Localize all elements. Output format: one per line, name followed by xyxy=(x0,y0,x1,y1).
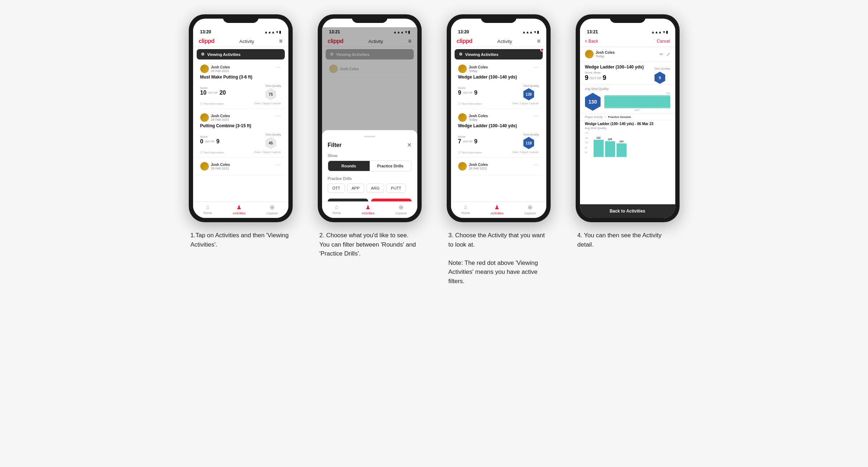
avg-quality-section-4: Avg Shot Quality 130 130 xyxy=(580,85,675,114)
chart-label-4: APP xyxy=(634,109,639,111)
phone-screen-3: 13:20 ▲▲▲ ▾ ▮ clippd Activity ≡ xyxy=(451,19,546,218)
bar-rect-2-4 xyxy=(605,141,615,157)
menu-icon-1[interactable]: ≡ xyxy=(279,38,282,44)
bar-1-4: 132 xyxy=(594,137,604,157)
status-time-4: 13:21 xyxy=(587,29,598,34)
session-detail-4: Wedge Ladder (100–140 yds) - 06 Mar 23 A… xyxy=(580,120,675,158)
wifi-icon: ▾ xyxy=(276,30,278,34)
activity-title-4: Wedge Ladder (100–140 yds) xyxy=(585,65,644,70)
home-icon-3: ⌂ xyxy=(464,204,467,210)
nav-title-3: Activity xyxy=(497,39,512,44)
cancel-button-4[interactable]: Cancel xyxy=(657,39,670,44)
signal-icon: ▲▲▲ xyxy=(264,30,275,34)
quality-badge-3-1: 130 xyxy=(523,88,534,100)
menu-icon-3[interactable]: ≡ xyxy=(537,38,540,44)
practice-drills-toggle[interactable]: Practice Drills xyxy=(370,161,411,171)
battery-icon: ▮ xyxy=(279,30,281,34)
card-menu-1-1[interactable]: ··· xyxy=(275,65,281,70)
back-to-activities-4[interactable]: Back to Activities xyxy=(580,204,675,218)
quality-badge-3-2: 118 xyxy=(523,137,534,149)
modal-overlay-2: Filter ✕ Show Rounds Practice Drills Pra… xyxy=(322,27,417,218)
nav-capture-2[interactable]: ⊕ Capture xyxy=(395,204,407,215)
bar-chart-4: 140 120 100 80 60 132 xyxy=(585,132,670,157)
score-val-3-2: 7 xyxy=(458,138,461,145)
phone-notch-3 xyxy=(481,14,517,23)
filter-title-2: Filter xyxy=(328,142,342,148)
viewing-activities-bar-3[interactable]: ⚙ Viewing Activities xyxy=(455,49,543,59)
drill-arg[interactable]: ARG xyxy=(366,184,384,193)
user-date-3-3: 28 Feb 2023 xyxy=(469,167,488,170)
phone-column-4: 13:21 ▲▲▲ ▾ ▮ < Back Cancel xyxy=(570,14,685,249)
viewing-activities-bar-1[interactable]: ⚙ Viewing Activities xyxy=(197,49,285,59)
nav-activities-1[interactable]: ♟ Activities xyxy=(233,204,246,215)
bar-rect-1-4 xyxy=(594,140,604,157)
drill-app[interactable]: APP xyxy=(347,184,364,193)
phone-notch-1 xyxy=(223,14,259,23)
nav-activities-2[interactable]: ♟ Activities xyxy=(362,204,375,215)
viewing-activities-label-1: Viewing Activities xyxy=(207,52,241,57)
activity-card-3-1[interactable]: Josh Coles Today ··· Wedge Ladder (100–1… xyxy=(455,62,543,109)
quality-header-4: Shot Quality xyxy=(654,67,670,70)
capture-icon-3: ⊕ xyxy=(528,204,532,211)
edit-icon-4[interactable]: ✏ xyxy=(660,52,663,57)
activity-card-3-2[interactable]: Josh Coles Today ··· Wedge Ladder (100–1… xyxy=(455,110,543,158)
activity-card-3-3: Josh Coles 28 Feb 2023 ··· xyxy=(455,159,543,175)
close-filter-btn[interactable]: ✕ xyxy=(407,142,412,148)
score-val-4: 9 xyxy=(585,74,589,82)
score-label-3-1: Score xyxy=(458,86,478,90)
wifi-icon-3: ▾ xyxy=(534,30,536,34)
status-bar-3: 13:20 ▲▲▲ ▾ ▮ xyxy=(451,27,546,36)
activity-card-1-2[interactable]: Josh Coles 28 Feb 2023 ··· Putting Combi… xyxy=(197,110,285,158)
rounds-toggle[interactable]: Rounds xyxy=(328,161,370,171)
caption-3: 3. Choose the Activity that you want to … xyxy=(449,231,549,286)
user-name-1-2: Josh Coles xyxy=(211,114,230,118)
nav-capture-1[interactable]: ⊕ Capture xyxy=(266,204,278,215)
practice-drills-section-label: Practice Drills xyxy=(328,176,412,181)
y-label-120: 120 xyxy=(585,137,592,139)
wifi-icon-4: ▾ xyxy=(663,30,665,34)
score-label-3-2: Score xyxy=(458,135,478,138)
drill-putt[interactable]: PUTT xyxy=(386,184,406,193)
y-label-80: 80 xyxy=(585,147,592,149)
edit-icons-4: ✏ ⤢ xyxy=(660,52,670,57)
signal-icon-3: ▲▲▲ xyxy=(522,30,533,34)
phone-frame-3: 13:20 ▲▲▲ ▾ ▮ clippd Activity ≡ xyxy=(447,14,551,222)
expand-icon-4[interactable]: ⤢ xyxy=(666,52,670,57)
nav-home-3[interactable]: ⌂ Home xyxy=(461,204,470,215)
data-source-3-1: Data: Clippd Capture xyxy=(512,102,539,106)
user-date-1-1: 28 Feb 2023 xyxy=(211,69,230,73)
card-menu-1-2[interactable]: ··· xyxy=(275,113,281,119)
nav-home-1[interactable]: ⌂ Home xyxy=(203,204,212,215)
filter-icon-1: ⚙ xyxy=(201,52,205,57)
test-info-3-2: ⓘ Test Information xyxy=(458,151,482,154)
show-section-label: Show xyxy=(328,153,412,158)
phone-notch-4 xyxy=(610,14,646,23)
score-label-1-1: Score xyxy=(200,86,226,90)
activities-label-2: Activities xyxy=(362,211,375,215)
y-label-100: 100 xyxy=(585,142,592,144)
bar-rect-3-4 xyxy=(617,143,627,157)
card-menu-3-1[interactable]: ··· xyxy=(533,65,539,70)
nav-capture-3[interactable]: ⊕ Capture xyxy=(524,204,536,215)
caption-1: 1.Tap on Activities and then 'Viewing Ac… xyxy=(191,231,291,249)
phone-column-2: 13:21 ▲▲▲ ▾ ▮ clippd Activity ≡ xyxy=(312,14,427,258)
activity-card-1-1[interactable]: Josh Coles 28 Feb 2023 ··· Must Make Put… xyxy=(197,62,285,109)
avatar-3-2 xyxy=(458,113,467,122)
card-menu-1-3[interactable]: ··· xyxy=(275,162,281,168)
drill-ott[interactable]: OTT xyxy=(328,184,345,193)
sheet-handle-2 xyxy=(364,136,375,137)
card-menu-3-3[interactable]: ··· xyxy=(533,162,539,168)
user-name-4: Josh Coles xyxy=(596,51,615,54)
logo-3: clippd xyxy=(457,38,473,44)
quality-label-3-2: Shot Quality xyxy=(523,133,539,136)
quality-badge-1-2: 45 xyxy=(265,137,276,149)
score-val-1-1: 10 xyxy=(200,90,207,96)
user-date-3-1: Today xyxy=(469,69,488,73)
card-menu-3-2[interactable]: ··· xyxy=(533,113,539,119)
activity-title-3-2: Wedge Ladder (100–140 yds) xyxy=(458,123,539,128)
nav-activities-3[interactable]: ♟ Activities xyxy=(491,204,504,215)
outof-1-2: OUT OF xyxy=(205,140,214,143)
back-button-4[interactable]: < Back xyxy=(585,39,598,44)
outof-1-1: OUT OF xyxy=(208,91,217,94)
nav-home-2[interactable]: ⌂ Home xyxy=(332,204,341,215)
